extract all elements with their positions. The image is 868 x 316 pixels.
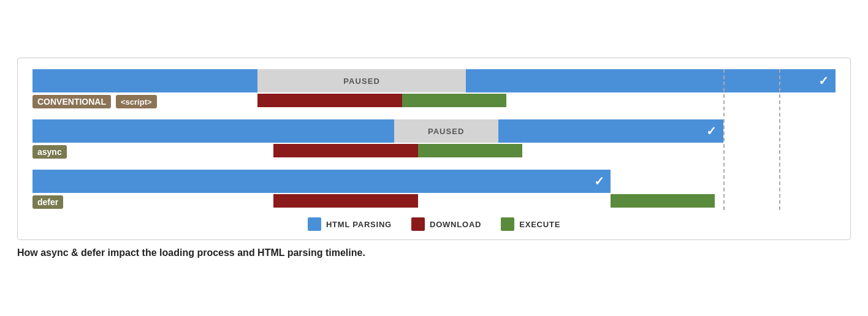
async-top-bar: PAUSED ✓ <box>32 119 836 143</box>
async-checkmark: ✓ <box>706 124 717 138</box>
async-paused: PAUSED <box>394 119 498 143</box>
chart-container: PAUSED ✓ CONVENTIONAL <script> <box>17 58 851 240</box>
defer-checkmark: ✓ <box>594 174 605 189</box>
caption: How async & defer impact the loading pro… <box>17 247 851 258</box>
defer-blue: ✓ <box>32 170 611 193</box>
conventional-paused-label: PAUSED <box>343 77 379 86</box>
legend-download: DOWNLOAD <box>411 217 481 231</box>
async-download <box>273 144 418 157</box>
conventional-checkmark: ✓ <box>818 73 829 88</box>
legend-label-html-parsing: HTML PARSING <box>326 220 392 229</box>
conventional-execute <box>402 94 506 107</box>
legend-box-green <box>501 217 514 231</box>
rows-wrapper: PAUSED ✓ CONVENTIONAL <script> <box>32 69 836 210</box>
async-blue-2: ✓ <box>498 119 723 143</box>
legend-label-execute: EXECUTE <box>519 220 560 229</box>
conventional-paused: PAUSED <box>257 69 466 92</box>
legend-execute: EXECUTE <box>501 217 560 231</box>
row-conventional: PAUSED ✓ CONVENTIONAL <script> <box>32 69 836 110</box>
legend-label-download: DOWNLOAD <box>430 220 481 229</box>
defer-top-bar: ✓ <box>32 170 836 193</box>
conventional-label-row: CONVENTIONAL <script> <box>32 94 836 110</box>
legend: HTML PARSING DOWNLOAD EXECUTE <box>32 217 836 231</box>
legend-box-red <box>411 217 425 231</box>
defer-execute <box>611 194 715 208</box>
async-blue-1 <box>32 119 394 143</box>
dashed-line-1 <box>723 69 725 210</box>
row-async: PAUSED ✓ async <box>32 119 836 160</box>
script-tag: <script> <box>116 95 157 108</box>
async-label-row: async <box>32 144 836 160</box>
legend-html-parsing: HTML PARSING <box>308 217 392 231</box>
conventional-tag: CONVENTIONAL <box>32 95 111 108</box>
conventional-top-bar: PAUSED ✓ <box>32 69 836 92</box>
defer-tag: defer <box>32 195 63 209</box>
async-paused-label: PAUSED <box>428 127 464 136</box>
legend-box-blue <box>308 217 321 231</box>
dashed-line-2 <box>779 69 780 210</box>
async-tag: async <box>32 145 67 159</box>
async-execute <box>418 144 522 157</box>
defer-download <box>273 194 418 208</box>
row-defer: ✓ defer <box>32 170 836 210</box>
conventional-download <box>257 94 402 107</box>
defer-label-row: defer <box>32 194 836 210</box>
conventional-blue-1 <box>32 69 257 92</box>
